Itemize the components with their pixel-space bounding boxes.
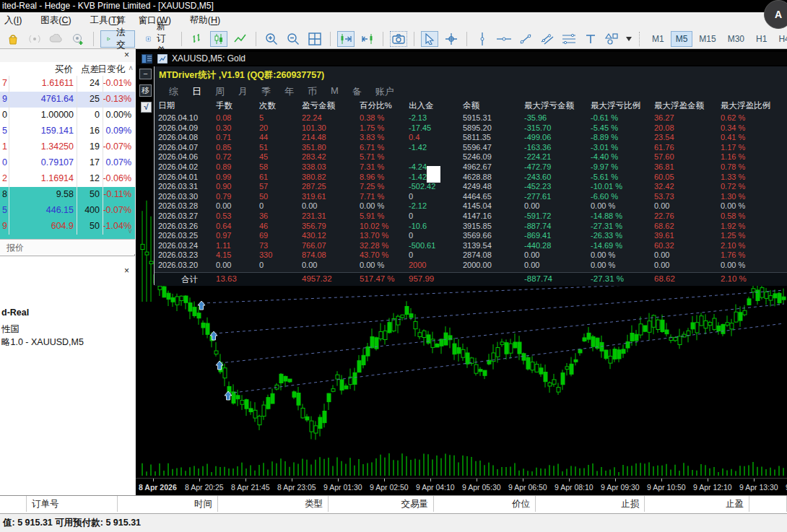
- stats-row[interactable]: 2026.04.070.8551351.806.71 %-1.425596.47…: [155, 143, 787, 153]
- stats-row[interactable]: 2026.04.100.08522.240.38 %-2.135915.31-3…: [155, 113, 787, 123]
- orders-column-header[interactable]: 交易量: [329, 496, 434, 512]
- scroll-down-icon[interactable]: ˅: [128, 227, 132, 235]
- algo-trading-button[interactable]: 算法交易: [100, 30, 135, 48]
- stats-tab-9[interactable]: 备: [352, 85, 362, 98]
- new-order-button[interactable]: 新订单: [139, 30, 175, 48]
- line-chart-icon[interactable]: [232, 31, 249, 47]
- stats-row[interactable]: 2026.03.270.5336231.315.91 %04147.16-591…: [155, 212, 787, 222]
- stats-column-header[interactable]: 盈亏金额: [302, 100, 335, 111]
- stats-row[interactable]: 2026.03.280.0000.000.00 %-2.124145.040.0…: [155, 201, 787, 212]
- channel-icon[interactable]: [539, 31, 556, 47]
- close-icon[interactable]: ×: [124, 51, 129, 59]
- timeframe-m15[interactable]: M15: [694, 31, 721, 47]
- menu-item-C[interactable]: 图表(C): [40, 14, 71, 27]
- trendline-icon[interactable]: [517, 31, 534, 47]
- auto-scroll-icon[interactable]: [337, 31, 355, 47]
- stats-column-header[interactable]: 百分比%: [360, 100, 392, 111]
- stats-row[interactable]: 2026.04.080.7144214.483.83 %0.45811.35-4…: [155, 133, 787, 143]
- stats-row[interactable]: 2026.03.300.7950319.617.71 %04464.65-277…: [155, 192, 787, 202]
- timeframe-m30[interactable]: M30: [723, 31, 749, 47]
- bar-chart-icon[interactable]: [188, 31, 206, 47]
- stats-column-header[interactable]: 出入金: [409, 100, 434, 111]
- market-watch-tab-quotes[interactable]: 报价: [0, 239, 135, 254]
- move-panel-button[interactable]: 移: [139, 84, 152, 97]
- horizontal-line-icon[interactable]: [495, 31, 513, 47]
- stats-column-header[interactable]: 日期: [158, 100, 175, 111]
- close-icon[interactable]: ×: [124, 266, 129, 275]
- market-watch-row[interactable]: 5159.141160.09%: [0, 123, 135, 140]
- candlestick-chart-icon[interactable]: [210, 31, 227, 47]
- minimize-panel-button[interactable]: −: [139, 69, 152, 79]
- market-watch-row[interactable]: 9604.950-1.04%: [0, 219, 135, 235]
- chart-shift-icon[interactable]: [359, 31, 376, 47]
- market-watch-row[interactable]: 89.5850-0.11%: [0, 187, 135, 204]
- scroll-up-icon[interactable]: ˄: [129, 64, 133, 72]
- stats-column-header[interactable]: 最大浮盈比例: [721, 100, 770, 111]
- stats-column-header[interactable]: 最大浮盈金额: [654, 100, 704, 111]
- timeframe-m1[interactable]: M1: [647, 31, 669, 47]
- stats-row[interactable]: 2026.03.241.1173766.0732.28 %-500.613139…: [155, 241, 787, 251]
- time-axis[interactable]: 8 Apr 20268 Apr 20:258 Apr 21:458 Apr 23…: [136, 478, 787, 496]
- stats-column-header[interactable]: 次数: [259, 100, 276, 111]
- market-bag-icon[interactable]: [4, 31, 22, 47]
- cloud-icon[interactable]: [48, 31, 65, 47]
- zoom-in-icon[interactable]: [263, 31, 280, 47]
- orders-column-header[interactable]: 止损: [536, 496, 645, 512]
- orders-column-header[interactable]: 止盈: [645, 496, 749, 512]
- community-icon[interactable]: [69, 31, 87, 47]
- shapes-icon[interactable]: [604, 31, 621, 47]
- stats-tab-1[interactable]: 综: [169, 85, 178, 98]
- stats-column-header[interactable]: 余额: [463, 100, 479, 111]
- stats-tab-4[interactable]: 月: [238, 85, 248, 98]
- timeframe-h4[interactable]: H4: [773, 31, 787, 47]
- stats-tab-3[interactable]: 周: [215, 85, 225, 98]
- stats-row[interactable]: 2026.03.234.15330874.0843.70 %02874.080.…: [155, 250, 787, 261]
- tile-windows-icon[interactable]: [306, 31, 323, 47]
- camera-icon[interactable]: [390, 31, 407, 47]
- stats-column-header[interactable]: 手数: [216, 100, 232, 111]
- stats-tab-2[interactable]: 日: [192, 85, 201, 98]
- stats-row[interactable]: 2026.03.310.9057287.257.25 %-502.424249.…: [155, 182, 787, 192]
- timeframe-h1[interactable]: H1: [751, 31, 772, 47]
- signals-icon[interactable]: [26, 31, 43, 47]
- market-watch-row[interactable]: 00.79107170.07%: [0, 155, 135, 172]
- market-watch-row[interactable]: 11.3425019-0.07%: [0, 139, 135, 156]
- market-watch-row[interactable]: 01.0000000.00%: [0, 108, 135, 124]
- market-watch-row[interactable]: 21.1691412-0.06%: [0, 171, 135, 188]
- column-header-daily-change[interactable]: 日变化: [98, 64, 126, 76]
- stats-row[interactable]: 2026.03.250.9769430.1213.70 %03569.66-86…: [155, 231, 787, 241]
- stats-row[interactable]: 2026.04.020.8958338.037.31 %-4.244962.67…: [155, 162, 787, 173]
- stats-tab-5[interactable]: 季: [261, 85, 271, 98]
- market-watch-row[interactable]: 71.6161124-0.01%: [0, 76, 135, 92]
- column-header-bid[interactable]: 买价: [55, 64, 73, 76]
- crosshair-icon[interactable]: [443, 31, 460, 47]
- orders-column-header[interactable]: 时间: [118, 496, 218, 512]
- vertical-line-icon[interactable]: [474, 31, 491, 47]
- stats-tab-6[interactable]: 年: [284, 85, 294, 98]
- orders-column-header[interactable]: 类型: [218, 496, 329, 512]
- stats-tab-8[interactable]: M: [331, 85, 339, 98]
- orders-column-header[interactable]: 订单号: [27, 496, 118, 512]
- stats-column-header[interactable]: 最大浮亏比例: [591, 100, 640, 111]
- zoom-out-icon[interactable]: [284, 31, 302, 47]
- text-tool-icon[interactable]: [582, 31, 599, 47]
- fibo-lines-icon[interactable]: [560, 31, 578, 47]
- stats-tab-7[interactable]: 币: [308, 85, 317, 98]
- assistive-badge-icon[interactable]: A: [764, 0, 787, 29]
- timeframe-m5[interactable]: M5: [671, 31, 693, 47]
- orders-column-header[interactable]: 价位: [434, 496, 536, 512]
- column-header-spread[interactable]: 点差: [81, 64, 99, 76]
- stats-row[interactable]: 2026.04.090.3020101.301.75 %-17.455895.2…: [155, 123, 787, 134]
- market-watch-row[interactable]: 94761.6425-0.13%: [0, 92, 135, 108]
- depth-of-market-icon[interactable]: [142, 54, 152, 64]
- market-watch-row[interactable]: 5446.15400-0.07%: [0, 203, 135, 219]
- stats-column-header[interactable]: 最大浮亏金额: [524, 100, 574, 111]
- stats-row[interactable]: 2026.04.010.9961380.828.96 %-1.424628.88…: [155, 173, 787, 183]
- menu-item-I[interactable]: 入(I): [4, 14, 22, 27]
- check-toggle-button[interactable]: √: [141, 102, 152, 113]
- stats-row[interactable]: 2026.03.200.0000.000.00 %20002000.000.00…: [155, 261, 787, 271]
- stats-row[interactable]: 2026.03.260.6446356.7910.02 %-10.63915.8…: [155, 222, 787, 232]
- stats-row[interactable]: 2026.04.060.7245283.425.71 %5246.09-224.…: [155, 152, 787, 162]
- stats-tab-10[interactable]: 账户: [375, 85, 394, 98]
- caret-down-icon[interactable]: [625, 31, 632, 47]
